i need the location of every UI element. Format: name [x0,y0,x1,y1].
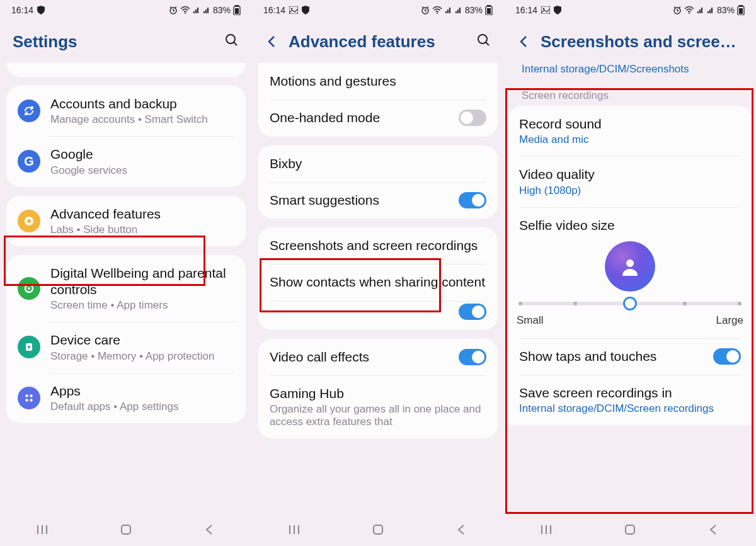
back-icon[interactable] [265,34,280,49]
row-smart-suggestions[interactable]: Smart suggestions [258,182,498,219]
alarm-icon [421,6,430,14]
row-title: Bixby [270,156,486,172]
status-bar: 16:14 83% [252,0,504,20]
svg-point-5 [226,35,235,43]
svg-point-15 [30,399,32,401]
svg-point-14 [25,399,28,401]
signal2-icon [707,6,714,14]
row-title: Record sound [519,116,741,132]
nav-recents-icon[interactable] [35,523,49,539]
toggle-video-call-effects[interactable] [459,349,486,365]
battery-icon [233,5,241,15]
toggle-show-contacts[interactable] [459,304,486,320]
row-one-handed-mode[interactable]: One-handed mode [258,100,498,136]
row-screenshots-recordings[interactable]: Screenshots and screen recordings [258,227,498,264]
slider-thumb[interactable] [623,297,637,310]
page-title: Advanced features [289,32,467,52]
image-icon [541,6,550,14]
svg-point-1 [185,13,186,14]
search-icon[interactable] [224,33,239,50]
row-accounts-backup[interactable]: Accounts and backup Manage accounts • Sm… [6,86,246,136]
page-title: Screenshots and screen... [541,32,743,52]
svg-rect-23 [487,8,491,14]
row-value: Media and mic [519,134,589,145]
row-bixby[interactable]: Bixby [258,145,498,182]
settings-list: Accounts and backup Manage accounts • Sm… [0,63,252,516]
row-advanced-features[interactable]: Advanced features Labs • Side button [6,196,246,246]
row-record-sound[interactable]: Record sound Media and mic [508,106,752,156]
header: Settings [0,20,252,63]
nav-home-icon[interactable] [623,523,637,539]
shield-icon [554,6,561,14]
status-bar: 16:14 83% [0,0,252,20]
nav-recents-icon[interactable] [287,523,301,539]
nav-bar [504,516,756,546]
row-video-call-effects[interactable]: Video call effects [258,339,498,375]
row-show-taps[interactable]: Show taps and touches [508,338,752,375]
nav-bar [252,516,504,546]
battery-icon [737,5,745,15]
signal1-icon [445,6,452,14]
row-subtitle: Manage accounts • Smart Switch [50,113,234,126]
row-subtitle: Google services [50,164,234,177]
row-title: Gaming Hub [270,385,486,402]
row-title: Digital Wellbeing and parental controls [50,265,234,299]
row-apps[interactable]: Apps Default apps • App settings [6,373,246,423]
svg-point-29 [689,13,690,14]
phone-settings: 16:14 83% Settings A [0,0,252,546]
row-show-contacts-sharing[interactable]: Show contacts when sharing content [258,264,498,300]
status-time: 16:14 [11,5,33,15]
row-digital-wellbeing[interactable]: Digital Wellbeing and parental controls … [6,255,246,322]
nav-recents-icon[interactable] [539,523,553,539]
slider-label-large: Large [716,314,743,327]
row-title: Show taps and touches [519,348,703,365]
alarm-icon [673,6,682,14]
status-battery: 83% [213,5,231,15]
row-save-recordings-path[interactable]: Save screen recordings in Internal stora… [508,375,752,425]
status-time: 16:14 [263,5,285,15]
status-time: 16:14 [515,5,537,15]
toggle-show-taps[interactable] [713,348,741,365]
header: Screenshots and screen... [504,20,756,63]
nav-home-icon[interactable] [371,523,385,539]
row-motions-gestures[interactable]: Motions and gestures [258,63,498,100]
row-show-contacts-toggle[interactable] [258,301,498,330]
apps-icon [18,387,40,409]
shield-icon [302,6,309,14]
svg-point-9 [28,287,30,290]
card-peek [6,63,246,77]
search-icon[interactable] [476,33,491,50]
battery-icon [485,5,493,15]
row-subtitle: Storage • Memory • App protection [50,350,234,363]
image-icon [289,6,298,14]
row-device-care[interactable]: Device care Storage • Memory • App prote… [6,322,246,372]
row-video-quality[interactable]: Video quality High (1080p) [508,156,752,207]
nav-home-icon[interactable] [119,523,133,539]
row-gaming-hub[interactable]: Gaming Hub Organize all your games all i… [258,375,498,438]
nav-back-icon[interactable] [707,523,721,539]
status-battery: 83% [465,5,483,15]
back-icon[interactable] [517,34,532,49]
person-icon [619,256,641,277]
advanced-features-list: Motions and gestures One-handed mode Bix… [252,63,504,516]
row-subtitle: Organize all your games all in one place… [270,403,486,428]
toggle-one-handed[interactable] [459,110,486,126]
svg-point-33 [626,259,634,267]
selfie-size-slider[interactable]: Small Large [508,295,752,338]
row-google[interactable]: G Google Google services [6,136,246,186]
wellbeing-icon [18,277,40,300]
nav-back-icon[interactable] [455,523,469,539]
svg-rect-25 [374,525,382,534]
prev-section-value: Internal storage/DCIM/Screenshots [508,63,752,81]
toggle-smart-suggestions[interactable] [459,192,486,208]
slider-label-small: Small [517,314,544,327]
alarm-icon [169,6,178,14]
section-label: Screen recordings [508,81,752,106]
nav-bar [0,516,252,546]
nav-back-icon[interactable] [203,523,217,539]
svg-point-11 [28,346,30,348]
row-title: Screenshots and screen recordings [270,237,486,254]
svg-point-27 [543,8,545,10]
row-title: One-handed mode [270,110,449,126]
svg-point-12 [25,394,28,397]
